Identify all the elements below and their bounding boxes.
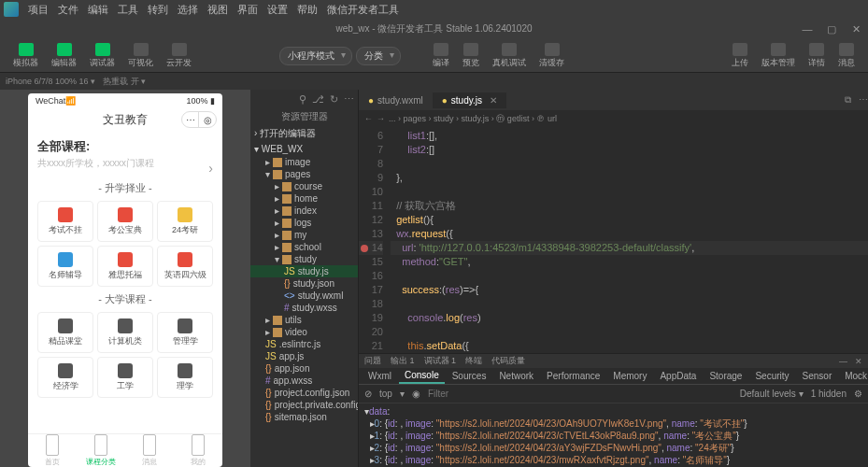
nav-fwd-icon[interactable]: →	[377, 114, 385, 123]
file-app.json[interactable]: {} app.json	[250, 362, 358, 375]
tool-消息[interactable]: 消息	[832, 41, 861, 71]
grid-cell-考公宝典[interactable]: 考公宝典	[97, 201, 153, 242]
file-study.js[interactable]: JS study.js	[250, 265, 358, 277]
file-study.wxss[interactable]: # study.wxss	[250, 302, 358, 314]
grid-cell-雅思托福[interactable]: 雅思托福	[97, 246, 153, 287]
devhdr-代码质量[interactable]: 代码质量	[491, 355, 525, 367]
code-editor[interactable]: 6789101112131415161718192021222324252627…	[359, 127, 868, 353]
tab-我的[interactable]: 我的	[174, 434, 222, 467]
editor-tab-study.wxml[interactable]: ●study.wxml	[359, 92, 433, 108]
file-pages[interactable]: ▾ pages	[250, 168, 358, 180]
tool-云开发[interactable]: 云开发	[161, 41, 197, 71]
menu-选择[interactable]: 选择	[174, 1, 202, 19]
devhdr-终端[interactable]: 终端	[465, 355, 482, 367]
menu-视图[interactable]: 视图	[204, 1, 232, 19]
tool-编辑器[interactable]: 编辑器	[46, 41, 82, 71]
menu-帮助[interactable]: 帮助	[293, 1, 321, 19]
grid-cell-英语四六级[interactable]: 英语四六级	[157, 246, 213, 287]
menu-界面[interactable]: 界面	[234, 1, 262, 19]
file-image[interactable]: ▸ image	[250, 156, 358, 168]
breadcrumb[interactable]: ← → ... › pages › study › study.js › ⓜ g…	[359, 110, 868, 127]
context-select[interactable]: top	[379, 389, 392, 399]
grid-cell-计算机类[interactable]: 计算机类	[97, 312, 153, 353]
tool-真机调试[interactable]: 真机调试	[487, 41, 532, 71]
hidden-count[interactable]: 1 hidden	[811, 389, 847, 399]
console-filter-input[interactable]	[428, 389, 733, 399]
devtab-AppData[interactable]: AppData	[654, 369, 702, 383]
tool-编译[interactable]: 编译	[427, 41, 455, 71]
grid-cell-考试不挂[interactable]: 考试不挂	[37, 201, 93, 242]
devhdr-调试器 1[interactable]: 调试器 1	[424, 355, 457, 367]
devtab-Wxml[interactable]: Wxml	[363, 369, 397, 383]
tool-调试器[interactable]: 调试器	[84, 41, 121, 71]
tab-首页[interactable]: 首页	[28, 434, 77, 467]
file-study.json[interactable]: {} study.json	[250, 277, 358, 290]
capsule-menu-icon[interactable]: ⋯	[182, 112, 199, 127]
file-utils[interactable]: ▸ utils	[250, 314, 358, 326]
open-editors-label[interactable]: › 打开的编辑器	[250, 125, 358, 142]
devtab-Performance[interactable]: Performance	[541, 369, 605, 383]
file-study[interactable]: ▾ study	[250, 253, 358, 265]
tab-课程分类[interactable]: 课程分类	[77, 434, 125, 467]
devtab-Network[interactable]: Network	[493, 369, 539, 383]
devtab-Memory[interactable]: Memory	[607, 369, 652, 383]
tool-可视化[interactable]: 可视化	[122, 41, 159, 71]
grid-cell-精品课堂[interactable]: 精品课堂	[37, 312, 93, 353]
grid-cell-理学[interactable]: 理学	[157, 357, 213, 398]
mode-select[interactable]: 小程序模式	[279, 47, 352, 65]
menu-编辑[interactable]: 编辑	[84, 1, 112, 19]
menu-设置[interactable]: 设置	[263, 1, 292, 19]
devhdr-问题[interactable]: 问题	[364, 355, 381, 367]
clear-console-icon[interactable]: ⊘	[364, 389, 372, 399]
devtab-Storage[interactable]: Storage	[704, 369, 747, 383]
file-app.wxss[interactable]: # app.wxss	[250, 375, 358, 387]
levels-select[interactable]: Default levels ▾	[740, 389, 804, 399]
explorer-refresh-icon[interactable]: ↻	[330, 93, 338, 106]
tool-模拟器[interactable]: 模拟器	[7, 41, 44, 71]
menu-工具[interactable]: 工具	[114, 1, 142, 19]
grid-cell-24考研[interactable]: 24考研	[157, 201, 213, 242]
file-index[interactable]: ▸ index	[250, 205, 358, 217]
project-root[interactable]: ▾ WEB_WX	[250, 142, 358, 156]
devtab-Sensor[interactable]: Sensor	[797, 369, 838, 383]
grid-cell-工学[interactable]: 工学	[97, 357, 153, 398]
grid-cell-名师辅导[interactable]: 名师辅导	[37, 246, 93, 287]
tab-消息[interactable]: 消息	[125, 434, 174, 467]
editor-tab-study.js[interactable]: ●study.js✕	[433, 92, 506, 108]
file-video[interactable]: ▸ video	[250, 326, 358, 338]
file-study.wxml[interactable]: <> study.wxml	[250, 290, 358, 302]
file-home[interactable]: ▸ home	[250, 192, 358, 205]
nav-back-icon[interactable]: ←	[364, 114, 373, 123]
menu-微信开发者工具[interactable]: 微信开发者工具	[323, 1, 403, 19]
devtools-min-icon[interactable]: —	[839, 357, 847, 366]
file-logs[interactable]: ▸ logs	[250, 217, 358, 229]
tool-清缓存[interactable]: 清缓存	[534, 41, 570, 71]
more-icon[interactable]: ⋯	[859, 94, 868, 106]
devtab-Console[interactable]: Console	[399, 368, 445, 384]
category-select[interactable]: 分类	[356, 47, 401, 65]
tool-详情[interactable]: 详情	[803, 41, 831, 71]
explorer-search-icon[interactable]: ⚲	[299, 93, 306, 106]
devtools-close-icon[interactable]: ✕	[855, 357, 862, 366]
explorer-branch-icon[interactable]: ⎇	[312, 93, 324, 106]
tool-上传[interactable]: 上传	[726, 41, 754, 71]
explorer-more-icon[interactable]: ⋯	[344, 93, 354, 106]
hotreload-toggle[interactable]: 热重载 开 ▾	[103, 76, 146, 88]
devtab-Mock[interactable]: Mock	[839, 369, 868, 383]
eye-icon[interactable]: ◉	[412, 389, 420, 399]
file-school[interactable]: ▸ school	[250, 241, 358, 253]
devtab-Sources[interactable]: Sources	[447, 369, 492, 383]
file-project.private.config.js...[interactable]: {} project.private.config.js...	[250, 399, 358, 411]
devhdr-输出 1[interactable]: 输出 1	[391, 355, 415, 367]
close-icon[interactable]: ✕	[847, 23, 864, 35]
file-app.js[interactable]: JS app.js	[250, 350, 358, 362]
tool-预览[interactable]: 预览	[457, 41, 485, 71]
menu-转到[interactable]: 转到	[144, 1, 172, 19]
tool-版本管理[interactable]: 版本管理	[756, 41, 801, 71]
console-output[interactable]: ▾data: ▸0: {id: , image: "https://s2.lol…	[359, 403, 868, 467]
console-settings-icon[interactable]: ⚙	[854, 389, 862, 399]
file-.eslintrc.js[interactable]: JS .eslintrc.js	[250, 338, 358, 350]
split-icon[interactable]: ⧉	[845, 94, 851, 106]
grid-cell-经济学[interactable]: 经济学	[37, 357, 93, 398]
file-my[interactable]: ▸ my	[250, 229, 358, 241]
